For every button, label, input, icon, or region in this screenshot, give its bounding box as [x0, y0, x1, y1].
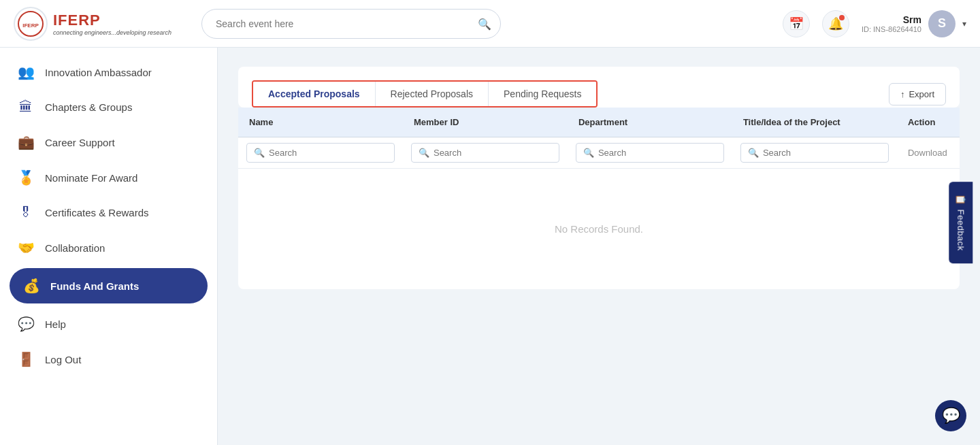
sidebar-label-innovation-ambassador: Innovation Ambassador [45, 67, 152, 78]
body-wrap: 👥 Innovation Ambassador 🏛 Chapters & Gro… [0, 48, 980, 445]
sidebar-label-nominate-for-award: Nominate For Award [45, 172, 137, 184]
svg-text:IFERP: IFERP [22, 22, 39, 29]
sidebar-icon-collaboration: 🤝 [16, 240, 35, 256]
logo-icon: IFERP [14, 7, 48, 41]
sidebar-item-innovation-ambassador[interactable]: 👥 Innovation Ambassador [0, 54, 217, 90]
sidebar-label-certificates-rewards: Certificates & Rewards [45, 207, 149, 218]
sidebar-item-log-out[interactable]: 🚪 Log Out [0, 342, 217, 377]
col-header-member-id: Member ID [403, 108, 568, 137]
calendar-button[interactable]: 📅 [783, 10, 810, 37]
sidebar-icon-innovation-ambassador: 👥 [16, 64, 35, 80]
logo-main-text: IFERP [53, 12, 172, 29]
logo-area: IFERP IFERP connecting engineers...devel… [14, 7, 191, 41]
logo-sub-text: connecting engineers...developing resear… [53, 29, 172, 36]
table-wrap: NameMember IDDepartmentTitle/Idea of the… [238, 108, 960, 289]
logo: IFERP IFERP connecting engineers...devel… [14, 7, 172, 41]
col-search-input-2[interactable] [598, 148, 717, 158]
tabs-list: Accepted ProposalsRejected ProposalsPend… [252, 80, 598, 108]
chat-icon: 💬 [942, 407, 960, 425]
tab-rejected[interactable]: Rejected Proposals [376, 82, 489, 106]
sidebar-label-help: Help [45, 318, 66, 330]
logo-text: IFERP connecting engineers...developing … [53, 12, 172, 36]
sidebar-label-log-out: Log Out [45, 354, 81, 365]
search-cell-wrap-0: 🔍 [246, 143, 395, 163]
sidebar-label-chapters-groups: Chapters & Groups [45, 101, 132, 113]
notification-dot [839, 15, 845, 20]
search-cell-icon-3: 🔍 [748, 148, 759, 158]
avatar: S [928, 10, 956, 37]
col-search-input-3[interactable] [763, 148, 881, 158]
sidebar-icon-funds-and-grants: 💰 [22, 278, 41, 294]
sidebar-icon-chapters-groups: 🏛 [16, 99, 35, 115]
export-button[interactable]: ↑ Export [889, 83, 946, 105]
notification-button[interactable]: 🔔 [822, 10, 849, 37]
sidebar: 👥 Innovation Ambassador 🏛 Chapters & Gro… [0, 48, 218, 445]
user-id: ID: INS-86264410 [862, 25, 921, 33]
export-icon: ↑ [900, 89, 905, 99]
search-cell-3: 🔍 [732, 137, 897, 169]
sidebar-item-help[interactable]: 💬 Help [0, 306, 217, 342]
search-cell-wrap-2: 🔍 [576, 143, 724, 163]
sidebar-icon-certificates-rewards: 🎖 [16, 205, 35, 220]
sidebar-icon-log-out: 🚪 [16, 351, 35, 367]
logo-svg: IFERP [17, 10, 44, 37]
sidebar-item-nominate-for-award[interactable]: 🏅 Nominate For Award [0, 160, 217, 195]
search-icon[interactable]: 🔍 [478, 17, 491, 30]
no-records-cell: No Records Found. [238, 169, 960, 290]
sidebar-item-chapters-groups[interactable]: 🏛 Chapters & Groups [0, 90, 217, 125]
chat-bubble[interactable]: 💬 [935, 400, 966, 431]
col-search-input-1[interactable] [434, 148, 552, 158]
table-header-row: NameMember IDDepartmentTitle/Idea of the… [238, 108, 960, 137]
col-header-title/idea-of-the-project: Title/Idea of the Project [732, 108, 897, 137]
main-content: Accepted ProposalsRejected ProposalsPend… [218, 48, 980, 445]
table-search-row: 🔍 🔍 🔍 🔍 Download [238, 137, 960, 169]
table-body: 🔍 🔍 🔍 🔍 Download No Records Found. [238, 137, 960, 290]
user-text: Srm ID: INS-86264410 [862, 14, 921, 33]
col-search-input-0[interactable] [269, 148, 387, 158]
search-bar[interactable]: 🔍 [201, 9, 501, 39]
search-cell-icon-0: 🔍 [254, 148, 265, 158]
sidebar-item-career-support[interactable]: 💼 Career Support [0, 125, 217, 160]
tabs-header: Accepted ProposalsRejected ProposalsPend… [252, 80, 946, 108]
search-cell-wrap-1: 🔍 [411, 143, 559, 163]
feedback-tab[interactable]: 📋 Feedback [949, 182, 973, 263]
search-cell-1: 🔍 [403, 137, 568, 169]
sidebar-item-certificates-rewards[interactable]: 🎖 Certificates & Rewards [0, 195, 217, 230]
feedback-label: Feedback [956, 210, 966, 251]
search-cell-wrap-3: 🔍 [740, 143, 889, 163]
search-cell-icon-2: 🔍 [583, 148, 594, 158]
sidebar-label-career-support: Career Support [45, 137, 115, 148]
col-header-name: Name [238, 108, 403, 137]
col-header-action: Action [897, 108, 960, 137]
search-input[interactable] [201, 9, 501, 39]
user-name: Srm [903, 14, 921, 25]
sidebar-icon-nominate-for-award: 🏅 [16, 169, 35, 186]
search-cell-2: 🔍 [568, 137, 732, 169]
chevron-down-icon: ▾ [962, 19, 966, 29]
sidebar-item-funds-and-grants[interactable]: 💰 Funds And Grants [10, 268, 208, 303]
sidebar-label-collaboration: Collaboration [45, 242, 105, 254]
col-header-department: Department [568, 108, 732, 137]
search-cell-0: 🔍 [238, 137, 403, 169]
search-cell-4: Download [897, 137, 960, 169]
proposals-table: NameMember IDDepartmentTitle/Idea of the… [238, 108, 960, 289]
table-header: NameMember IDDepartmentTitle/Idea of the… [238, 108, 960, 137]
export-label: Export [909, 89, 934, 99]
no-records-row: No Records Found. [238, 169, 960, 290]
tab-pending[interactable]: Pending Requests [489, 82, 596, 106]
feedback-icon: 📋 [956, 194, 966, 205]
header: IFERP IFERP connecting engineers...devel… [0, 0, 980, 48]
sidebar-icon-help: 💬 [16, 316, 35, 332]
sidebar-label-funds-and-grants: Funds And Grants [50, 280, 139, 292]
user-profile[interactable]: Srm ID: INS-86264410 S ▾ [862, 10, 966, 37]
sidebar-icon-career-support: 💼 [16, 134, 35, 150]
search-cell-icon-1: 🔍 [419, 148, 429, 158]
sidebar-item-collaboration[interactable]: 🤝 Collaboration [0, 230, 217, 265]
tab-accepted[interactable]: Accepted Proposals [253, 82, 376, 106]
calendar-icon: 📅 [789, 16, 804, 31]
tabs-container: Accepted ProposalsRejected ProposalsPend… [238, 67, 960, 108]
header-icons: 📅 🔔 Srm ID: INS-86264410 S ▾ [783, 10, 966, 37]
